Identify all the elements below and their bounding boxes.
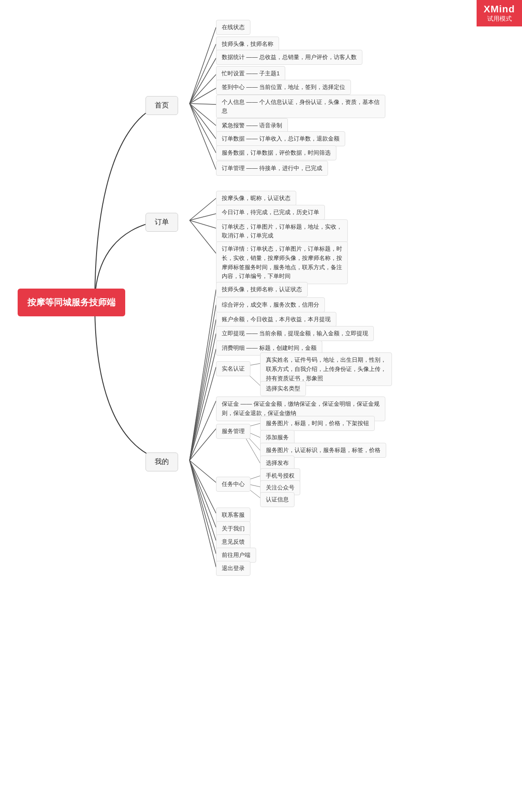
svg-line-10 (190, 198, 216, 220)
svg-line-18 (190, 349, 216, 460)
mindmap-container: XMind 试用模式 (0, 0, 522, 812)
svg-line-15 (190, 305, 216, 460)
root-node: 按摩等同城服务技师端 (18, 289, 125, 316)
svg-line-6 (190, 104, 216, 126)
leaf-m3: 账户余额，今日收益，本月收益，本月提现 (216, 312, 336, 327)
leaf-h9: 服务数据，订单数据，评价数据，时间筛选 (216, 145, 336, 160)
leaf-m6: 实名认证 (216, 361, 250, 376)
svg-line-22 (190, 460, 216, 482)
branch-mine: 我的 (145, 452, 178, 471)
svg-line-20 (190, 401, 216, 460)
leaf-h2: 技师头像，技师名称 (216, 37, 279, 52)
xmind-badge: XMind 试用模式 (477, 0, 522, 26)
svg-line-4 (190, 88, 216, 104)
leaf-h7: 紧急报警 —— 语音录制 (216, 118, 288, 133)
svg-line-5 (190, 104, 216, 104)
svg-line-17 (190, 334, 216, 460)
leaf-m14: 退出登录 (216, 561, 250, 576)
svg-line-26 (190, 460, 216, 554)
leaf-o2: 今日订单，待完成，已完成，历史订单 (216, 205, 325, 220)
leaf-h4: 忙时设置 —— 子主题1 (216, 66, 285, 81)
leaf-m6b: 选择实名类型 (260, 381, 306, 396)
leaf-m9c: 认证信息 (260, 492, 295, 507)
svg-line-25 (190, 460, 216, 541)
svg-line-24 (190, 460, 216, 527)
leaf-m4: 立即提现 —— 当前余额，提现金额，输入金额，立即提现 (216, 326, 374, 341)
svg-line-27 (190, 460, 216, 567)
leaf-h1: 在线状态 (216, 20, 250, 35)
leaf-m10: 联系客服 (216, 508, 250, 523)
leaf-m1: 技师头像，技师名称，认证状态 (216, 282, 308, 297)
leaf-m13: 前往用户端 (216, 548, 256, 563)
svg-line-14 (190, 289, 216, 460)
branch-orders: 订单 (145, 213, 178, 232)
svg-line-8 (190, 104, 216, 153)
leaf-m9: 任务中心 (216, 477, 250, 492)
leaf-m12: 意见反馈 (216, 534, 250, 549)
leaf-h10: 订单管理 —— 待接单，进行中，已完成 (216, 161, 328, 176)
svg-line-9 (190, 104, 216, 170)
leaf-h5: 签到中心 —— 当前位置，地址，签到，选择定位 (216, 80, 351, 95)
svg-line-3 (190, 74, 216, 104)
svg-line-2 (190, 58, 216, 104)
svg-line-0 (190, 27, 216, 104)
svg-line-21 (190, 429, 216, 460)
leaf-m8a: 服务图片，标题，时间，价格，下架按钮 (260, 416, 375, 431)
svg-line-13 (190, 220, 216, 253)
svg-line-7 (190, 104, 216, 139)
leaf-m2: 综合评分，成交率，服务次数，信用分 (216, 297, 325, 312)
leaf-o4: 订单详情：订单状态，订单图片，订单标题，时长，实收，销量，按摩师头像，按摩师名称… (216, 241, 348, 284)
svg-line-12 (190, 220, 216, 228)
leaf-h3: 数据统计 —— 总收益，总销量，用户评价，访客人数 (216, 50, 362, 65)
svg-line-11 (190, 214, 216, 220)
xmind-trial: 试用模式 (484, 15, 515, 23)
leaf-m8: 服务管理 (216, 424, 250, 439)
xmind-brand: XMind (484, 4, 515, 15)
leaf-h8: 订单数据 —— 订单收入，总订单数，退款金额 (216, 131, 345, 146)
leaf-o1: 按摩头像，昵称，认证状态 (216, 191, 296, 206)
leaf-m11: 关于我们 (216, 521, 250, 536)
leaf-o3: 订单状态，订单图片，订单标题，地址，实收，取消订单，订单完成 (216, 219, 348, 243)
svg-line-1 (190, 44, 216, 104)
svg-line-16 (190, 319, 216, 460)
branch-homepage: 首页 (145, 96, 178, 115)
svg-line-23 (190, 460, 216, 513)
leaf-h6: 个人信息 —— 个人信息认证，身份认证，头像，资质，基本信息 (216, 95, 385, 118)
svg-line-19 (190, 367, 216, 460)
